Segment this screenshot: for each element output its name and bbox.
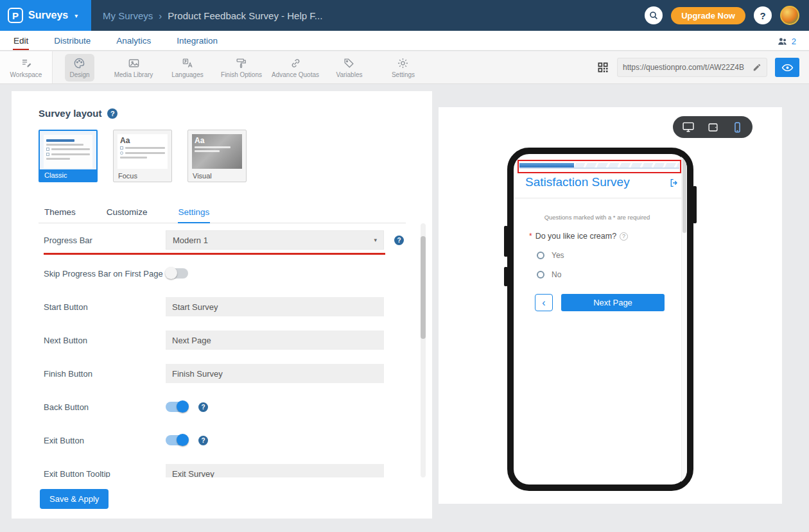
back-button-toggle[interactable] [166,402,188,412]
field-label: Back Button [44,402,166,412]
section-title: Survey layout [39,108,101,119]
next-button-input[interactable] [166,330,384,350]
toolbar-item-languages[interactable]: Languages [161,51,214,83]
skip-progress-toggle[interactable] [166,268,188,279]
preview-button[interactable] [775,58,799,77]
radio-icon[interactable] [537,252,544,259]
desktop-preview-button[interactable] [679,117,698,137]
finish-options-icon [235,57,247,69]
visual-thumbnail: Aa [192,134,242,169]
toolbar-item-settings[interactable]: Settings [376,51,430,83]
settings-form: Progress Bar Modern 1 ▾ ? Skip Progress … [12,223,422,477]
phone-power-button [693,186,697,223]
panel-scrollbar[interactable] [421,223,426,477]
exit-button-toggle[interactable] [166,435,188,445]
help-button[interactable]: ? [754,6,772,24]
questionpro-logo: P [8,8,23,23]
editor-toolbar: Workspace Design Media Library Languages [0,51,809,84]
panel-scrollbar-thumb[interactable] [421,236,426,339]
toolbar-item-finish-options[interactable]: Finish Options [214,51,268,83]
tab-settings[interactable]: Settings [178,202,211,223]
mobile-icon [731,121,744,133]
breadcrumb-current-survey: Product Feedback Survey - Help F... [168,10,322,21]
option-no[interactable]: No [537,270,561,279]
survey-progress-bar [519,163,679,169]
search-icon [648,10,659,21]
design-settings-panel: Survey layout ? Classic Aa [12,91,432,519]
collaborators-indicator[interactable]: 2 [777,36,796,50]
progress-bar-help-icon[interactable]: ? [394,236,404,245]
exit-tooltip-input[interactable] [166,464,384,477]
layout-card-classic[interactable]: Classic [39,130,98,182]
phone-scrollbar-thumb[interactable] [683,156,686,233]
question-help-icon[interactable]: ? [620,232,628,241]
finish-button-input[interactable] [166,364,384,383]
toolbar-item-variables[interactable]: Variables [322,51,376,83]
phone-screen: Satisfaction Survey Questions marked wit… [514,154,687,485]
languages-icon [182,57,194,69]
toolbar-item-media-library[interactable]: Media Library [107,51,161,83]
survey-layout-help-icon[interactable]: ? [107,108,117,119]
progress-bar-selected-value: Modern 1 [173,236,208,245]
preview-next-page-button[interactable]: Next Page [561,294,665,311]
tab-customize[interactable]: Customize [106,202,148,223]
start-button-input[interactable] [166,297,384,316]
field-label: Progress Bar [44,236,166,245]
toolbar-item-advance-quotas[interactable]: Advance Quotas [268,51,322,83]
survey-layout-header: Survey layout ? [39,108,117,119]
option-yes[interactable]: Yes [537,251,564,260]
chevron-down-icon: ▾ [74,12,78,19]
toolbar-label: Finish Options [221,71,262,78]
layout-card-visual[interactable]: Aa Visual [187,130,247,182]
tab-analytics[interactable]: Analytics [116,32,152,50]
edit-pencil-icon[interactable] [752,63,761,72]
back-button-help-icon[interactable]: ? [198,402,208,412]
tab-themes[interactable]: Themes [44,202,76,223]
finish-button-row: Finish Button [12,357,422,390]
layout-card-label: Classic [40,169,96,181]
tab-integration[interactable]: Integration [176,32,218,50]
desktop-icon [682,121,695,133]
survey-url-text: https://questionpro.com/t/AW22Z4B [623,63,749,72]
user-avatar[interactable] [780,6,799,25]
mobile-preview-button[interactable] [728,117,747,137]
breadcrumb-my-surveys[interactable]: My Surveys [103,10,153,21]
survey-url-field[interactable]: https://questionpro.com/t/AW22Z4B [617,58,767,77]
nav-tabs: Edit Distribute Analytics Integration [13,31,218,50]
field-label: Finish Button [44,369,166,379]
scroll-down-arrow-icon[interactable]: ▾ [682,478,687,483]
tag-icon [343,57,355,69]
radio-icon[interactable] [537,271,544,279]
layout-card-focus[interactable]: Aa Focus [113,130,172,182]
toolbar-item-design[interactable]: Design [53,51,107,83]
tab-distribute[interactable]: Distribute [53,32,91,50]
skip-progress-row: Skip Progress Bar on First Page [12,257,422,290]
tablet-icon [707,121,719,133]
exit-button-row: Exit Button ? [12,424,422,457]
header-divider [514,198,687,198]
preview-back-button[interactable]: ‹ [535,294,553,311]
upgrade-now-button[interactable]: Upgrade Now [671,7,745,24]
toolbar-label: Advance Quotas [272,71,319,78]
design-subtabs: Themes Customize Settings [39,202,406,223]
toolbar-label: Design [69,71,89,78]
option-label: No [552,270,561,279]
layout-card-label: Focus [114,170,171,182]
exit-survey-icon[interactable] [669,178,679,188]
design-palette-icon [73,57,85,69]
topbar-actions: Upgrade Now ? [645,6,809,25]
tab-edit[interactable]: Edit [13,32,29,50]
tablet-preview-button[interactable] [703,117,722,137]
toolbar-item-workspace[interactable]: Workspace [0,51,53,83]
product-menu[interactable]: P Surveys ▾ [0,0,91,31]
required-asterisk: * [529,232,532,241]
back-button-row: Back Button ? [12,390,422,424]
save-apply-button[interactable]: Save & Apply [40,489,109,509]
exit-button-help-icon[interactable]: ? [198,436,208,445]
progress-bar-select[interactable]: Modern 1 ▾ [166,230,384,250]
search-button[interactable] [645,6,663,24]
media-library-icon [128,57,140,69]
phone-scrollbar[interactable]: ▾ [681,154,687,485]
qr-code-icon[interactable] [596,61,609,74]
toolbar-right: https://questionpro.com/t/AW22Z4B [596,51,809,83]
